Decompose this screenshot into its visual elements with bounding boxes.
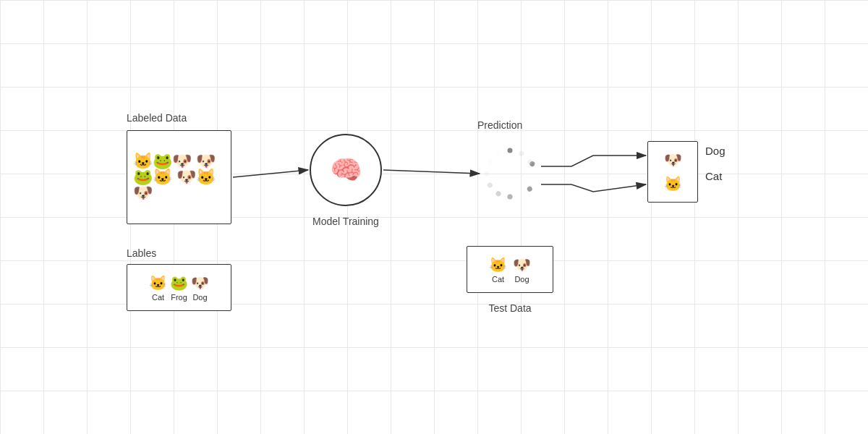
- test-data-label: Test Data: [467, 302, 553, 314]
- test-cat-item: 🐱 Cat: [489, 256, 507, 284]
- labeled-data-label: Labeled Data: [127, 112, 187, 124]
- test-cat-text: Cat: [492, 275, 504, 284]
- result-labels: Dog Cat: [705, 145, 726, 182]
- dog-emoji: 🐶: [191, 274, 209, 292]
- result-box: 🐶 🐱: [647, 141, 698, 203]
- labels-section-label: Lables: [127, 247, 156, 259]
- svg-point-13: [487, 158, 494, 166]
- test-dog-emoji: 🐶: [513, 256, 531, 273]
- prediction-label: Prediction: [477, 119, 522, 131]
- svg-line-1: [233, 170, 308, 177]
- labels-box: 🐱 Cat 🐸 Frog 🐶 Dog: [127, 264, 231, 311]
- diagram-container: Labeled Data 🐱🐸🐶 🐶🐸🐱 🐶🐱🐶 Lables 🐱 Cat 🐸 …: [0, 0, 868, 434]
- cat-text: Cat: [152, 293, 164, 302]
- result-dog-emoji: 🐶: [664, 151, 682, 169]
- test-data-box: 🐱 Cat 🐶 Dog: [467, 246, 553, 293]
- label-frog: 🐸 Frog: [170, 274, 188, 302]
- result-cat-emoji: 🐱: [664, 175, 682, 192]
- dog-text: Dog: [192, 293, 207, 302]
- svg-point-5: [526, 185, 533, 192]
- svg-point-12: [485, 171, 490, 176]
- svg-point-9: [508, 195, 513, 200]
- labeled-data-box: 🐱🐸🐶 🐶🐸🐱 🐶🐱🐶: [127, 130, 231, 224]
- svg-point-8: [487, 182, 494, 189]
- spinner-container: [481, 145, 539, 203]
- model-training-circle: 🧠: [310, 134, 382, 206]
- svg-point-7: [495, 190, 502, 197]
- result-dog-label: Dog: [705, 145, 726, 157]
- spinner-svg: [481, 145, 539, 203]
- svg-line-2: [383, 170, 480, 174]
- cat-emoji: 🐱: [149, 274, 167, 292]
- svg-point-3: [508, 148, 513, 153]
- svg-point-14: [495, 150, 502, 158]
- frog-text: Frog: [171, 293, 187, 302]
- svg-point-10: [518, 150, 525, 158]
- label-cat: 🐱 Cat: [149, 274, 167, 302]
- test-cat-emoji: 🐱: [489, 256, 507, 273]
- result-cat-label: Cat: [705, 170, 726, 182]
- model-training-label: Model Training: [310, 216, 382, 227]
- label-dog: 🐶 Dog: [191, 274, 209, 302]
- test-dog-item: 🐶 Dog: [513, 256, 531, 284]
- frog-emoji: 🐸: [170, 274, 188, 292]
- test-dog-text: Dog: [514, 275, 529, 284]
